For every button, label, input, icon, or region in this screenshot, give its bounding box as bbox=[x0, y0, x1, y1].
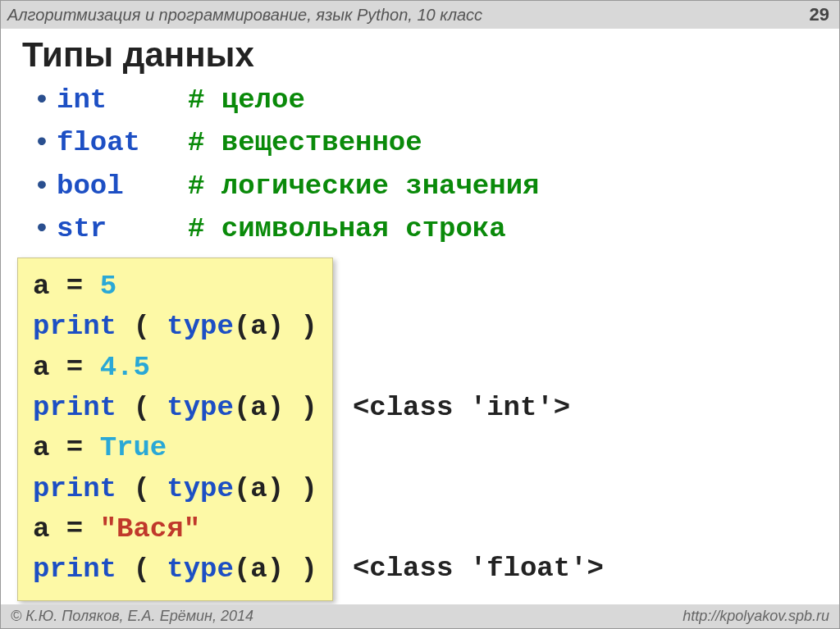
bullet-icon: • bbox=[37, 78, 57, 118]
page-title: Типы данных bbox=[22, 35, 839, 75]
type-comment: # символьная строка bbox=[188, 209, 506, 249]
type-row: • float # вещественное bbox=[37, 121, 839, 163]
type-keyword: float bbox=[57, 123, 188, 163]
output-line: <class 'int'> bbox=[353, 388, 604, 468]
output-column: <class 'int'> <class 'float'> <class 'bo… bbox=[353, 258, 604, 629]
type-row: • str # символьная строка bbox=[37, 207, 839, 249]
code-box: a = 5 print ( type(a) ) a = 4.5 print ( … bbox=[17, 258, 333, 600]
type-keyword: bool bbox=[57, 166, 188, 207]
page-number: 29 bbox=[810, 4, 829, 25]
type-keyword: str bbox=[57, 209, 188, 249]
footer-bar: © К.Ю. Поляков, Е.А. Ерёмин, 2014 http:/… bbox=[1, 604, 839, 628]
type-comment: # вещественное bbox=[188, 123, 422, 163]
type-comment: # логические значения bbox=[188, 166, 539, 207]
bullet-icon: • bbox=[37, 207, 57, 247]
type-comment: # целое bbox=[188, 80, 305, 121]
type-list: • int # целое • float # вещественное • b… bbox=[37, 78, 839, 249]
footer-url: http://kpolyakov.spb.ru bbox=[682, 608, 829, 625]
header-subject: Алгоритмизация и программирование, язык … bbox=[7, 6, 482, 25]
type-row: • int # целое bbox=[37, 78, 839, 121]
type-row: • bool # логические значения bbox=[37, 164, 839, 207]
header-bar: Алгоритмизация и программирование, язык … bbox=[1, 1, 839, 29]
footer-copyright: © К.Ю. Поляков, Е.А. Ерёмин, 2014 bbox=[11, 608, 253, 625]
code-area: a = 5 print ( type(a) ) a = 4.5 print ( … bbox=[17, 258, 839, 629]
slide: Алгоритмизация и программирование, язык … bbox=[0, 0, 840, 629]
bullet-icon: • bbox=[37, 121, 57, 161]
type-keyword: int bbox=[57, 80, 188, 121]
bullet-icon: • bbox=[37, 164, 57, 204]
